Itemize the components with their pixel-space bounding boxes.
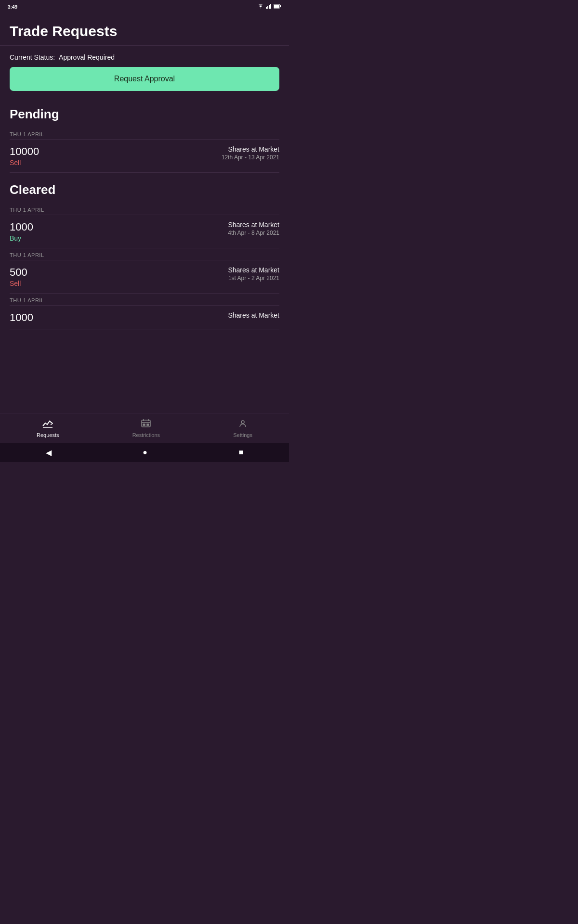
svg-rect-5 [274,5,279,8]
requests-nav-label: Requests [37,432,59,438]
page-title: Trade Requests [10,23,279,39]
table-row[interactable]: 1000 Shares at Market [10,306,279,330]
status-bar: 3:49 [0,0,289,13]
recents-button[interactable]: ■ [239,448,244,457]
settings-nav-label: Settings [233,432,252,438]
cleared-section: Cleared THU 1 APRIL 1000 Buy Shares at M… [10,173,279,330]
signal-icon [266,4,272,10]
cleared-group-3: THU 1 APRIL 1000 Shares at Market [10,294,279,330]
trade-date-range: 4th Apr - 8 Apr 2021 [228,230,279,236]
cleared-date-label-3: THU 1 APRIL [10,294,279,306]
svg-rect-3 [270,4,271,9]
trade-market: Shares at Market [228,145,279,153]
svg-rect-0 [266,7,267,9]
trade-amount: 1000 [10,221,33,233]
status-icons [257,4,281,10]
request-approval-button[interactable]: Request Approval [10,67,279,91]
wifi-icon [257,4,264,10]
nav-item-requests[interactable]: Requests [27,417,68,440]
cleared-group-2: THU 1 APRIL 500 Sell Shares at Market 1s… [10,248,279,294]
pending-section-title: Pending [10,97,279,128]
cleared-section-title: Cleared [10,173,279,203]
trade-date-range: 12th Apr - 13 Apr 2021 [222,154,279,161]
svg-rect-8 [142,420,150,427]
time-display: 3:49 [8,4,17,10]
trade-amount: 500 [10,266,27,279]
svg-rect-13 [147,424,149,425]
trade-market: Shares at Market [228,221,279,229]
pending-group-1: THU 1 APRIL 10000 Sell Shares at Market … [10,128,279,173]
svg-point-14 [241,421,244,424]
trade-market: Shares at Market [228,311,279,319]
restrictions-nav-label: Restrictions [132,432,160,438]
restrictions-icon [141,419,151,430]
trade-type: Buy [10,234,33,242]
current-status-label: Current Status: Approval Required [10,53,279,61]
back-button[interactable]: ◀ [46,448,52,457]
table-row[interactable]: 1000 Buy Shares at Market 4th Apr - 8 Ap… [10,215,279,248]
trade-type: Sell [10,159,39,167]
svg-rect-6 [280,5,281,7]
trade-amount: 1000 [10,311,33,324]
battery-icon [274,4,281,10]
cleared-date-label-2: THU 1 APRIL [10,248,279,260]
pending-section: Pending THU 1 APRIL 10000 Sell Shares at… [10,97,279,173]
trade-type: Sell [10,280,27,287]
bottom-navigation: Requests Restrictions Settings [0,413,289,443]
page-header: Trade Requests [0,13,289,46]
nav-item-settings[interactable]: Settings [223,417,262,440]
pending-date-label-1: THU 1 APRIL [10,128,279,140]
cleared-group-1: THU 1 APRIL 1000 Buy Shares at Market 4t… [10,203,279,248]
cleared-date-label-1: THU 1 APRIL [10,203,279,215]
android-navigation-bar: ◀ ● ■ [0,443,289,462]
status-section: Current Status: Approval Required Reques… [10,46,279,97]
settings-icon [238,419,248,430]
svg-rect-12 [143,424,145,425]
home-button[interactable]: ● [143,448,147,457]
trade-amount: 10000 [10,145,39,158]
svg-rect-1 [267,6,268,9]
requests-icon [42,419,53,430]
trade-market: Shares at Market [228,266,279,274]
svg-rect-2 [269,5,270,9]
table-row[interactable]: 10000 Sell Shares at Market 12th Apr - 1… [10,140,279,173]
nav-item-restrictions[interactable]: Restrictions [123,417,170,440]
current-status-value: Approval Required [59,53,115,61]
table-row[interactable]: 500 Sell Shares at Market 1st Apr - 2 Ap… [10,260,279,294]
trade-date-range: 1st Apr - 2 Apr 2021 [228,275,279,282]
content-area: Current Status: Approval Required Reques… [0,46,289,437]
